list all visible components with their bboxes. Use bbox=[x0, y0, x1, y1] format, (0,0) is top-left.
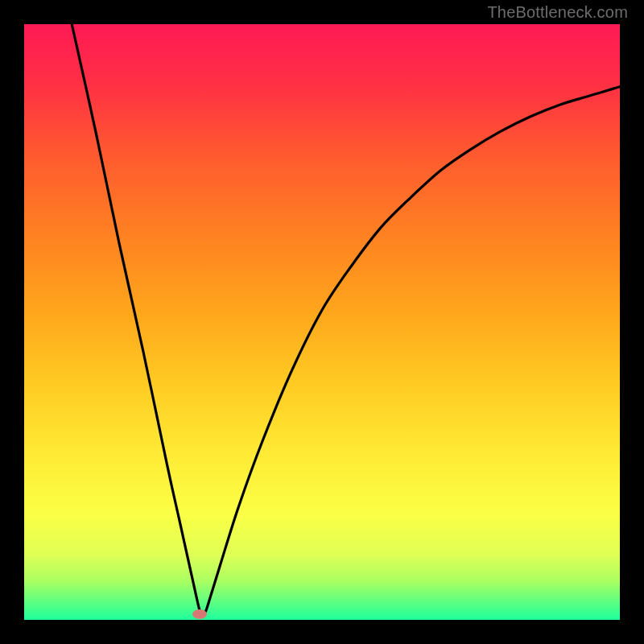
plot-area bbox=[24, 24, 620, 620]
optimum-marker bbox=[192, 609, 207, 619]
plot-svg bbox=[24, 24, 620, 620]
gradient-background bbox=[24, 24, 620, 620]
chart-frame: TheBottleneck.com bbox=[0, 0, 644, 644]
watermark-text: TheBottleneck.com bbox=[487, 3, 628, 22]
